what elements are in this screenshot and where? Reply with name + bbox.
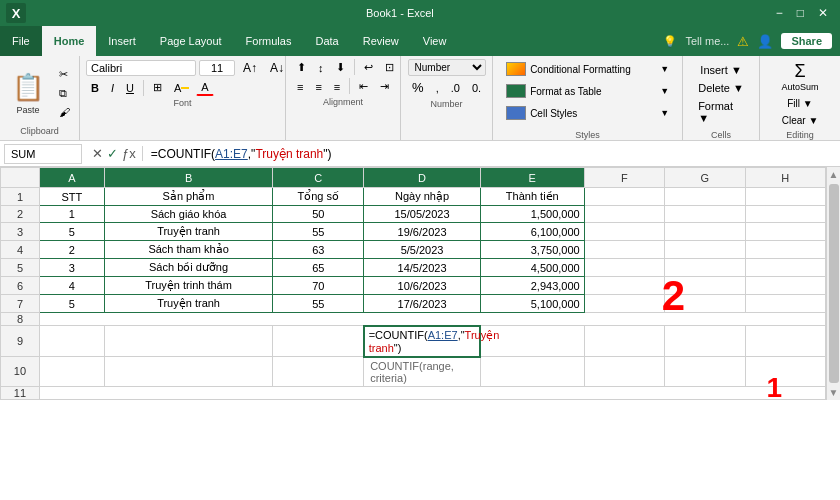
align-left-btn[interactable]: ≡ <box>292 78 308 95</box>
cell-B10[interactable] <box>104 357 273 387</box>
cell-A4[interactable]: 2 <box>39 241 104 259</box>
tab-insert[interactable]: Insert <box>96 26 148 56</box>
col-header-G[interactable]: G <box>665 168 745 188</box>
comma-btn[interactable]: , <box>431 80 444 96</box>
cell-F7[interactable] <box>584 295 664 313</box>
cell-C1[interactable]: Tổng số <box>273 188 364 206</box>
autosum-btn[interactable]: Σ AutoSum <box>775 59 824 94</box>
increase-font-btn[interactable]: A↑ <box>238 59 262 77</box>
cell-E7[interactable]: 5,100,000 <box>480 295 584 313</box>
col-header-D[interactable]: D <box>364 168 481 188</box>
format-as-table-btn[interactable]: Format as Table ▼ <box>499 81 676 101</box>
percent-btn[interactable]: % <box>407 78 429 97</box>
cell-H3[interactable] <box>745 223 825 241</box>
cell-C10[interactable] <box>273 357 364 387</box>
cell-B2[interactable]: Sách giáo khóa <box>104 206 273 223</box>
cell-F9[interactable] <box>584 326 664 357</box>
clear-btn[interactable]: Clear ▼ <box>777 113 824 128</box>
indent-increase-btn[interactable]: ⇥ <box>375 78 394 95</box>
align-middle-btn[interactable]: ↕ <box>313 59 329 76</box>
cell-E3[interactable]: 6,100,000 <box>480 223 584 241</box>
share-button[interactable]: Share <box>781 33 832 49</box>
cell-G4[interactable] <box>665 241 745 259</box>
cell-F1[interactable] <box>584 188 664 206</box>
cancel-formula-btn[interactable]: ✕ <box>92 146 103 161</box>
cell-D3[interactable]: 19/6/2023 <box>364 223 481 241</box>
cell-H7[interactable] <box>745 295 825 313</box>
tab-review[interactable]: Review <box>351 26 411 56</box>
cell-D4[interactable]: 5/5/2023 <box>364 241 481 259</box>
cell-B3[interactable]: Truyện tranh <box>104 223 273 241</box>
cell-D5[interactable]: 14/5/2023 <box>364 259 481 277</box>
cell-D7[interactable]: 17/6/2023 <box>364 295 481 313</box>
fill-btn[interactable]: Fill ▼ <box>782 96 817 111</box>
cell-G1[interactable] <box>665 188 745 206</box>
cell-B1[interactable]: Sản phẩm <box>104 188 273 206</box>
tab-data[interactable]: Data <box>303 26 350 56</box>
cell-E2[interactable]: 1,500,000 <box>480 206 584 223</box>
fill-color-button[interactable]: A <box>169 80 194 96</box>
cell-H9[interactable] <box>745 326 825 357</box>
cell-A1[interactable]: STT <box>39 188 104 206</box>
confirm-formula-btn[interactable]: ✓ <box>107 146 118 161</box>
cell-F10[interactable] <box>584 357 664 387</box>
number-format-select[interactable]: Number General Currency Percentage <box>408 59 486 76</box>
cell-F3[interactable] <box>584 223 664 241</box>
cell-row8[interactable] <box>39 313 825 326</box>
cut-button[interactable]: ✂ <box>54 66 75 83</box>
minimize-btn[interactable]: − <box>770 5 789 21</box>
tab-file[interactable]: File <box>0 26 42 56</box>
cell-H4[interactable] <box>745 241 825 259</box>
font-family-select[interactable] <box>86 60 196 76</box>
cell-A9[interactable] <box>39 326 104 357</box>
cell-A5[interactable]: 3 <box>39 259 104 277</box>
formula-input[interactable]: =COUNTIF(A1:E7,"Truyện tranh") <box>143 147 840 161</box>
tab-page-layout[interactable]: Page Layout <box>148 26 234 56</box>
tab-view[interactable]: View <box>411 26 459 56</box>
cell-H5[interactable] <box>745 259 825 277</box>
bold-button[interactable]: B <box>86 80 104 96</box>
wrap-text-btn[interactable]: ↩ <box>359 59 378 76</box>
cell-H1[interactable] <box>745 188 825 206</box>
cell-E5[interactable]: 4,500,000 <box>480 259 584 277</box>
cell-D6[interactable]: 10/6/2023 <box>364 277 481 295</box>
name-box[interactable]: SUM <box>4 144 82 164</box>
col-header-H[interactable]: H <box>745 168 825 188</box>
cell-A7[interactable]: 5 <box>39 295 104 313</box>
cell-B4[interactable]: Sách tham khảo <box>104 241 273 259</box>
cell-F5[interactable] <box>584 259 664 277</box>
font-size-select[interactable] <box>199 60 235 76</box>
cell-F2[interactable] <box>584 206 664 223</box>
cell-G2[interactable] <box>665 206 745 223</box>
cell-B9[interactable] <box>104 326 273 357</box>
cell-C5[interactable]: 65 <box>273 259 364 277</box>
cell-F6[interactable] <box>584 277 664 295</box>
paste-button[interactable]: 📋 Paste <box>4 68 52 118</box>
cell-F4[interactable] <box>584 241 664 259</box>
align-center-btn[interactable]: ≡ <box>310 78 326 95</box>
cell-H6[interactable] <box>745 277 825 295</box>
align-top-btn[interactable]: ⬆ <box>292 59 311 76</box>
cell-A10[interactable] <box>39 357 104 387</box>
format-painter-button[interactable]: 🖌 <box>54 104 75 120</box>
cell-E4[interactable]: 3,750,000 <box>480 241 584 259</box>
cell-C7[interactable]: 55 <box>273 295 364 313</box>
insert-function-btn[interactable]: ƒx <box>122 146 136 161</box>
cell-C3[interactable]: 55 <box>273 223 364 241</box>
cell-C9[interactable] <box>273 326 364 357</box>
cell-styles-btn[interactable]: Cell Styles ▼ <box>499 103 676 123</box>
cell-E10[interactable] <box>480 357 584 387</box>
cell-H2[interactable] <box>745 206 825 223</box>
col-header-A[interactable]: A <box>39 168 104 188</box>
cell-G9[interactable] <box>665 326 745 357</box>
scroll-thumb[interactable] <box>829 184 839 383</box>
cell-E6[interactable]: 2,943,000 <box>480 277 584 295</box>
close-btn[interactable]: ✕ <box>812 5 834 21</box>
cell-A2[interactable]: 1 <box>39 206 104 223</box>
align-right-btn[interactable]: ≡ <box>329 78 345 95</box>
cell-G3[interactable] <box>665 223 745 241</box>
cell-C4[interactable]: 63 <box>273 241 364 259</box>
tell-me-input[interactable]: Tell me... <box>685 35 729 47</box>
cell-H10[interactable] <box>745 357 825 387</box>
format-cells-btn[interactable]: Format ▼ <box>693 98 749 126</box>
